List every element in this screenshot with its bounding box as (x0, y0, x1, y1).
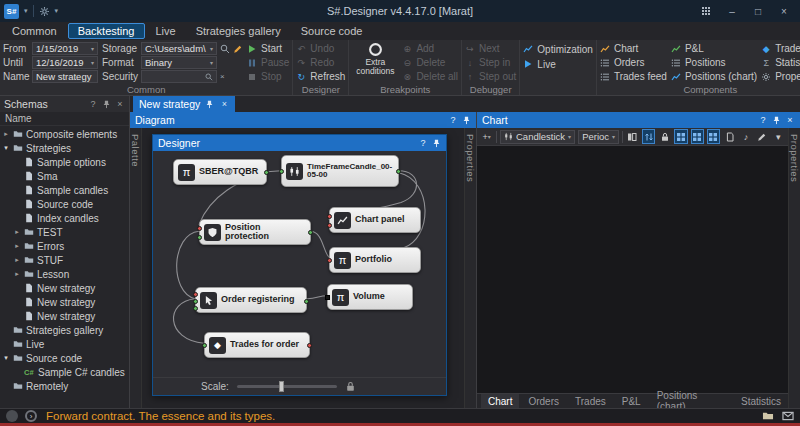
help-icon[interactable]: ? (448, 115, 458, 125)
folder-icon[interactable] (762, 410, 774, 422)
security-field[interactable] (141, 70, 217, 83)
input-port[interactable] (197, 226, 202, 231)
diagram-node-position-protection[interactable]: Position protection (199, 219, 311, 245)
from-date-field[interactable]: 1/15/2019▾ (32, 42, 98, 55)
output-port[interactable] (307, 343, 312, 348)
help-icon[interactable]: ? (88, 99, 98, 109)
expander-icon[interactable]: ▸ (13, 270, 21, 278)
chevron-down-icon[interactable]: ▾ (210, 45, 213, 52)
pin-icon[interactable] (772, 116, 781, 125)
output-port[interactable] (264, 170, 269, 175)
document-tab-new-strategy[interactable]: New strategy × (133, 96, 235, 112)
palette-tab[interactable]: Palette (130, 128, 142, 408)
diagram-node-portfolio[interactable]: π Portfolio (329, 247, 421, 273)
search-icon[interactable] (220, 44, 230, 54)
status-circle-icon[interactable] (6, 410, 18, 422)
chevron-down-icon[interactable]: ▾ (55, 7, 59, 15)
until-date-field[interactable]: 12/16/2019▾ (32, 56, 98, 69)
input-port[interactable] (193, 299, 198, 304)
tree-item[interactable]: Sample candles (0, 183, 129, 197)
close-button[interactable]: × (772, 2, 796, 20)
input-port[interactable] (325, 295, 330, 300)
tab-statistics[interactable]: Statistics (734, 394, 788, 409)
component-positions-chart-button[interactable]: Positions (chart) (671, 70, 757, 83)
tree-item[interactable]: ▸STUF (0, 253, 129, 267)
strategy-name-field[interactable]: New strategy (32, 70, 98, 83)
output-port[interactable] (304, 299, 309, 304)
gear-icon[interactable] (39, 6, 50, 17)
tree-item[interactable]: Strategies gallery (0, 323, 129, 337)
diagram-node-trades-for-order[interactable]: ◆ Trades for order (204, 332, 310, 358)
component-trades-button[interactable]: ◆Trades (761, 42, 800, 55)
extra-conditions-button[interactable]: Extra conditions (352, 42, 398, 83)
tree-item[interactable]: ▸Errors (0, 239, 129, 253)
input-port[interactable] (193, 292, 198, 297)
tree-item[interactable]: Index candles (0, 211, 129, 225)
lock-scale-button[interactable] (658, 129, 671, 144)
new-pane-button[interactable] (723, 129, 736, 144)
expander-icon[interactable]: ▾ (2, 354, 10, 362)
chevron-down-icon[interactable]: ▾ (91, 59, 94, 66)
tab-chart[interactable]: Chart (481, 394, 519, 409)
redo-button[interactable]: ↷Redo (296, 56, 345, 69)
clear-icon[interactable]: × (220, 72, 225, 81)
start-button[interactable]: Start (247, 42, 289, 55)
status-forward-icon[interactable]: › (25, 410, 37, 422)
input-port[interactable] (327, 214, 332, 219)
alerts-button[interactable]: ♪ (739, 129, 752, 144)
scale-slider-thumb[interactable] (279, 381, 284, 392)
output-port[interactable] (308, 230, 313, 235)
edit-icon[interactable] (233, 44, 243, 54)
component-statistics-button[interactable]: ΣStatistics (761, 56, 800, 69)
input-port[interactable] (193, 306, 198, 311)
component-positions-button[interactable]: Positions (671, 56, 757, 69)
tab-orders[interactable]: Orders (521, 394, 566, 409)
delete-all-breakpoints-button[interactable]: ⊗Delete all (402, 70, 458, 83)
component-pnl-button[interactable]: P&L (671, 42, 757, 55)
delete-breakpoint-button[interactable]: ⊖Delete (402, 56, 458, 69)
close-icon[interactable]: × (219, 99, 229, 109)
step-in-button[interactable]: ↓Step in (465, 56, 516, 69)
pause-button[interactable]: Pause (247, 56, 289, 69)
output-port[interactable] (396, 169, 401, 174)
diagram-canvas[interactable]: Designer ? (142, 128, 464, 408)
expander-icon[interactable]: ▾ (2, 144, 10, 152)
layout-grid-button[interactable] (691, 129, 704, 144)
chevron-down-icon[interactable]: ▾ (24, 7, 28, 15)
ribbon-tab-strategies-gallery[interactable]: Strategies gallery (187, 24, 290, 38)
component-chart-button[interactable]: Chart (600, 42, 667, 55)
diagram-node-candle[interactable]: TimeFrameCandle_00-05-00 (281, 155, 399, 187)
live-button[interactable]: Live (523, 57, 593, 71)
pin-icon[interactable] (462, 116, 471, 125)
close-icon[interactable]: × (785, 115, 795, 125)
tree-item[interactable]: New strategy (0, 295, 129, 309)
input-port[interactable] (327, 258, 332, 263)
input-port[interactable] (279, 169, 284, 174)
diagram-node-security[interactable]: π SBER@TQBR (173, 159, 267, 185)
status-message[interactable]: Forward contract. The essence and its ty… (46, 410, 275, 422)
component-trades-feed-button[interactable]: Trades feed (600, 70, 667, 83)
search-icon[interactable] (205, 73, 213, 81)
add-indicator-button[interactable]: +▾ (480, 129, 493, 144)
input-port[interactable] (327, 223, 332, 228)
apps-grid-icon[interactable] (701, 6, 711, 16)
more-tools-button[interactable]: ▾ (772, 129, 785, 144)
tab-positions-chart[interactable]: Positions (chart) (650, 394, 732, 409)
series-type-select[interactable]: Candlestick▾ (500, 130, 575, 144)
pin-icon[interactable] (432, 139, 441, 148)
expander-icon[interactable]: ▸ (13, 242, 21, 250)
next-button[interactable]: ↪Next (465, 42, 516, 55)
diagram-node-volume[interactable]: π Volume (327, 284, 413, 310)
tree-item[interactable]: Live (0, 337, 129, 351)
chart-plot-area[interactable] (477, 146, 788, 393)
chevron-down-icon[interactable]: ▾ (91, 45, 94, 52)
ribbon-tab-backtesting[interactable]: Backtesting (68, 23, 145, 39)
tree-item[interactable]: ▾Source code (0, 351, 129, 365)
diagram-properties-tab[interactable]: Properties (464, 128, 476, 408)
ribbon-tab-live[interactable]: Live (147, 24, 185, 38)
optimization-button[interactable]: Optimization (523, 42, 593, 56)
stop-button[interactable]: Stop (247, 70, 289, 83)
diagram-node-order-registering[interactable]: Order registering (195, 287, 307, 313)
layout-grid-button[interactable] (707, 129, 720, 144)
maximize-button[interactable]: □ (746, 2, 770, 20)
